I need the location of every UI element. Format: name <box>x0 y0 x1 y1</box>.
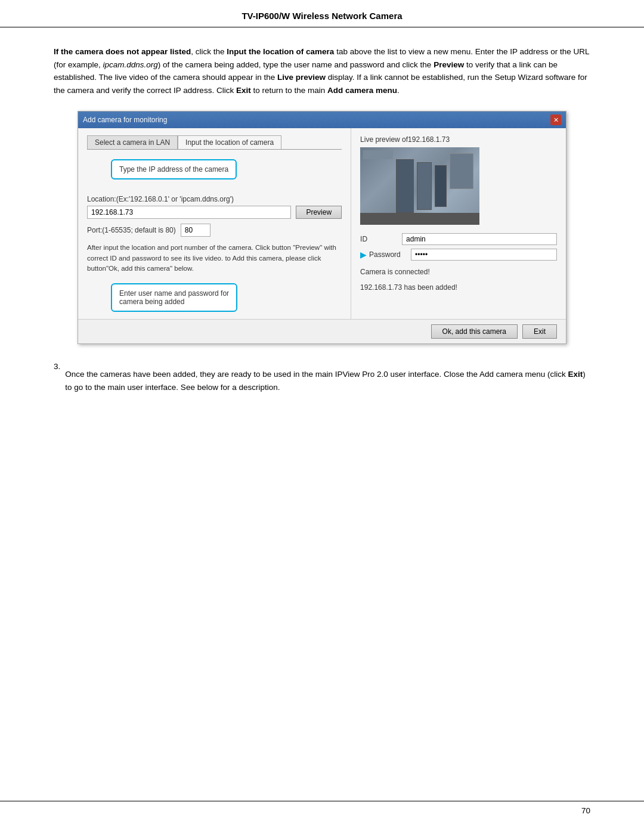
status-connected: Camera is connected! <box>360 268 557 276</box>
location-label: Location:(Ex:'192.168.0.1' or 'ipcam.ddn… <box>87 195 342 203</box>
header-section: TV-IP600/W Wireless Network Camera <box>0 0 644 27</box>
dialog-close-button[interactable]: ✕ <box>550 114 561 125</box>
intro-bold-2: Input the location of camera <box>227 47 334 56</box>
ip-callout-wrapper: Type the IP address of the camera <box>111 159 342 187</box>
tab-input-location[interactable]: Input the location of camera <box>178 135 281 149</box>
dialog-window: Add camera for monitoring ✕ Select a cam… <box>78 111 566 344</box>
dialog-footer: Ok, add this camera Exit <box>78 319 566 343</box>
location-row: Preview <box>87 206 342 219</box>
intro-bold-6: Add camera menu <box>327 86 397 95</box>
password-row: ▶ Password <box>360 249 557 261</box>
password-input[interactable] <box>411 249 557 261</box>
ok-add-camera-button[interactable]: Ok, add this camera <box>431 324 518 339</box>
dialog-titlebar: Add camera for monitoring ✕ <box>78 112 566 128</box>
page-number: 70 <box>581 806 590 815</box>
tabs-row: Select a camera in LAN Input the locatio… <box>87 135 342 150</box>
intro-paragraph: If the camera does not appear listed, cl… <box>54 45 590 97</box>
step3-container: 3. Once the cameras have been added, the… <box>54 362 590 394</box>
location-input[interactable] <box>87 206 291 219</box>
step3-text: Once the cameras have been added, they a… <box>65 368 590 394</box>
intro-bold-4: Live preview <box>277 73 326 82</box>
credential-callout-box: Enter user name and password forcamera b… <box>111 283 237 312</box>
page-container: TV-IP600/W Wireless Network Camera If th… <box>0 0 644 833</box>
id-input[interactable] <box>402 233 557 245</box>
camera-preview-image <box>360 147 479 225</box>
intro-bold-5: Exit <box>236 86 251 95</box>
page-footer: 70 <box>0 801 644 815</box>
id-label: ID <box>360 235 402 243</box>
port-label: Port:(1-65535; default is 80) <box>87 226 176 234</box>
preview-button[interactable]: Preview <box>296 206 342 219</box>
step3-number: 3. <box>54 362 60 394</box>
password-arrow-icon: ▶ <box>360 250 367 259</box>
step3-exit-bold: Exit <box>568 370 583 379</box>
intro-bold-3: Preview <box>434 60 464 69</box>
instructions-text: After input the location and port number… <box>87 243 342 274</box>
exit-button[interactable]: Exit <box>522 324 557 339</box>
live-preview-label: Live preview of192.168.1.73 <box>360 135 557 144</box>
content-area: If the camera does not appear listed, cl… <box>0 27 644 411</box>
camera-preview <box>360 147 479 225</box>
intro-italic-1: ipcam.ddns.org <box>103 60 158 69</box>
credential-callout-wrapper: Enter user name and password forcamera b… <box>111 281 342 312</box>
left-panel: Select a camera in LAN Input the locatio… <box>78 128 351 319</box>
status-added: 192.168.1.73 has been added! <box>360 283 557 292</box>
id-row: ID <box>360 233 557 245</box>
page-title: TV-IP600/W Wireless Network Camera <box>242 11 402 21</box>
password-label: Password <box>369 250 411 259</box>
right-panel: Live preview of192.168.1.73 <box>351 128 566 319</box>
ip-callout-box: Type the IP address of the camera <box>111 159 237 179</box>
intro-bold-1: If the camera does not appear listed <box>54 47 191 56</box>
dialog-body: Select a camera in LAN Input the locatio… <box>78 128 566 319</box>
port-input[interactable] <box>181 224 210 237</box>
dialog-titlebar-title: Add camera for monitoring <box>83 116 167 124</box>
tab-select-camera[interactable]: Select a camera in LAN <box>87 135 178 149</box>
port-row: Port:(1-65535; default is 80) <box>87 224 342 237</box>
